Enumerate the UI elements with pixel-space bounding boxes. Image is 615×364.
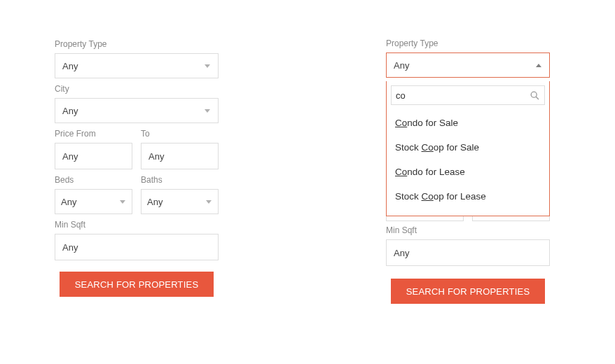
min-sqft-field: Min Sqft [55, 220, 219, 260]
baths-field: Baths Any [141, 175, 219, 214]
svg-line-1 [536, 97, 539, 99]
city-label: City [55, 84, 219, 94]
property-type-label: Property Type [386, 38, 550, 48]
dropdown-search-input[interactable] [396, 90, 530, 101]
chevron-down-icon [205, 198, 212, 205]
property-type-label: Property Type [55, 39, 219, 49]
dropdown-option[interactable]: Condo for Lease [387, 160, 549, 184]
property-type-field-open: Property Type Any [386, 38, 550, 78]
min-sqft-field-right: Min Sqft [386, 225, 550, 266]
beds-field: Beds Any [55, 175, 132, 214]
search-button[interactable]: SEARCH FOR PROPERTIES [60, 272, 214, 297]
search-button-wrap: SEARCH FOR PROPERTIES [386, 279, 550, 304]
city-value: Any [62, 106, 78, 116]
svg-point-0 [531, 92, 537, 97]
dropdown-options: Condo for Sale Stock Coop for Sale Condo… [387, 108, 549, 216]
chevron-down-icon [119, 198, 126, 205]
search-button[interactable]: SEARCH FOR PROPERTIES [391, 279, 546, 304]
chevron-up-icon [535, 62, 542, 69]
property-search-form-closed: Property Type Any City Any Price From To [55, 39, 219, 297]
beds-select[interactable]: Any [55, 189, 132, 214]
beds-value: Any [61, 197, 76, 207]
search-icon [530, 90, 540, 100]
price-to-field: To [141, 129, 219, 169]
dropdown-search[interactable] [391, 85, 545, 105]
property-type-select[interactable]: Any [55, 53, 219, 78]
chevron-down-icon [204, 62, 211, 69]
property-type-select-open[interactable]: Any [386, 52, 550, 78]
dropdown-option[interactable]: Stock Coop for Lease [387, 184, 549, 209]
min-sqft-input[interactable] [55, 234, 219, 260]
price-from-input[interactable] [55, 143, 132, 169]
baths-label: Baths [141, 175, 219, 185]
property-type-dropdown: Condo for Sale Stock Coop for Sale Condo… [386, 81, 550, 216]
price-to-input[interactable] [141, 143, 219, 169]
chevron-down-icon [204, 107, 211, 114]
price-to-label: To [141, 129, 219, 139]
baths-value: Any [147, 197, 163, 207]
price-from-field: Price From [55, 129, 132, 169]
city-field: City Any [55, 84, 219, 123]
property-type-field: Property Type Any [55, 39, 219, 78]
property-type-value: Any [394, 60, 409, 71]
beds-baths-row: Beds Any Baths Any [55, 175, 219, 220]
property-search-form-open: Property Type Any [386, 38, 550, 83]
price-from-label: Price From [55, 129, 132, 139]
min-sqft-label: Min Sqft [55, 220, 219, 230]
property-type-value: Any [62, 61, 78, 71]
min-sqft-input[interactable] [386, 239, 550, 266]
beds-label: Beds [55, 175, 132, 185]
city-select[interactable]: Any [55, 98, 219, 123]
dropdown-option[interactable]: Stock Coop for Sale [387, 135, 549, 160]
price-row: Price From To [55, 129, 219, 175]
baths-select[interactable]: Any [141, 189, 219, 214]
min-sqft-label: Min Sqft [386, 225, 550, 235]
dropdown-option[interactable]: Condo for Sale [387, 111, 549, 135]
